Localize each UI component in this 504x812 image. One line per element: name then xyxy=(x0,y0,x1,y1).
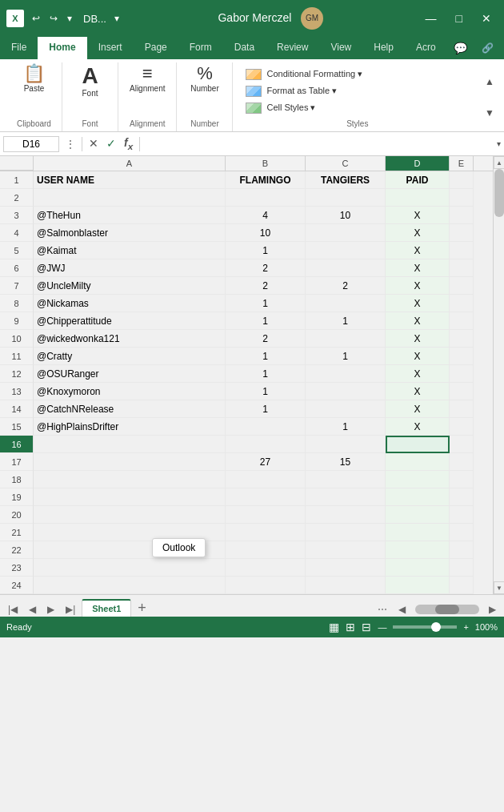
cell-b2[interactable] xyxy=(226,189,306,207)
cell-d23[interactable] xyxy=(386,559,450,577)
cell-c3[interactable]: 10 xyxy=(306,207,386,224)
row-header-1[interactable]: 1 xyxy=(0,171,34,189)
cell-c6[interactable] xyxy=(306,259,386,277)
col-header-e[interactable]: E xyxy=(450,156,474,171)
cell-b3[interactable]: 4 xyxy=(226,207,306,224)
formula-options-button[interactable]: ⋮ xyxy=(62,137,78,151)
cell-b18[interactable] xyxy=(226,471,306,488)
confirm-formula-button[interactable]: ✓ xyxy=(103,135,119,153)
cell-a13[interactable]: @Knoxymoron xyxy=(34,383,226,400)
col-header-d[interactable]: D xyxy=(386,156,450,171)
tab-insert[interactable]: Insert xyxy=(87,37,134,59)
formula-input[interactable] xyxy=(143,137,494,151)
tab-data[interactable]: Data xyxy=(223,37,266,59)
cell-a10[interactable]: @wickedwonka121 xyxy=(34,330,226,348)
cell-d5[interactable]: X xyxy=(386,242,450,259)
cell-a18[interactable] xyxy=(34,471,226,488)
cell-a5[interactable]: @Kaimat xyxy=(34,242,226,259)
cell-b6[interactable]: 2 xyxy=(226,259,306,277)
formula-expand-button[interactable]: ▾ xyxy=(497,139,501,148)
cell-b11[interactable]: 1 xyxy=(226,348,306,365)
cell-d24[interactable] xyxy=(386,577,450,594)
cell-d21[interactable] xyxy=(386,524,450,541)
scroll-thumb[interactable] xyxy=(494,169,504,217)
cell-d14[interactable]: X xyxy=(386,400,450,418)
cell-e14[interactable] xyxy=(450,400,474,418)
cell-c9[interactable]: 1 xyxy=(306,312,386,330)
font-button[interactable]: A Font xyxy=(73,62,108,100)
cell-e11[interactable] xyxy=(450,348,474,365)
ribbon-expand-down-button[interactable]: ▼ xyxy=(483,106,496,120)
cell-c10[interactable] xyxy=(306,330,386,348)
cell-e20[interactable] xyxy=(450,506,474,524)
scroll-left-sheet-button[interactable]: ◀ xyxy=(394,602,410,617)
cell-c21[interactable] xyxy=(306,524,386,541)
cell-e6[interactable] xyxy=(450,259,474,277)
cell-c20[interactable] xyxy=(306,506,386,524)
row-header-10[interactable]: 10 xyxy=(0,330,34,348)
col-header-a[interactable]: A xyxy=(34,156,226,171)
cell-b19[interactable] xyxy=(226,488,306,506)
cell-d13[interactable]: X xyxy=(386,383,450,400)
row-header-21[interactable]: 21 xyxy=(0,524,34,541)
number-button[interactable]: % Number xyxy=(186,62,224,95)
col-header-c[interactable]: C xyxy=(306,156,386,171)
tab-form[interactable]: Form xyxy=(178,37,223,59)
sheet-nav-next-button[interactable]: ▶ xyxy=(42,602,59,617)
cell-d9[interactable]: X xyxy=(386,312,450,330)
normal-view-button[interactable]: ▦ xyxy=(329,621,339,633)
cell-b21[interactable] xyxy=(226,524,306,541)
cell-b16[interactable] xyxy=(226,436,306,453)
cell-d12[interactable]: X xyxy=(386,365,450,383)
page-layout-view-button[interactable]: ⊟ xyxy=(362,621,371,633)
cell-e19[interactable] xyxy=(450,488,474,506)
sheet-options-button[interactable]: ⋯ xyxy=(373,602,392,617)
insert-function-button[interactable]: fx xyxy=(121,135,136,153)
row-header-18[interactable]: 18 xyxy=(0,471,34,488)
row-header-13[interactable]: 13 xyxy=(0,383,34,400)
sheet-tab-sheet1[interactable]: Sheet1 xyxy=(82,599,131,617)
close-button[interactable]: ✕ xyxy=(475,9,498,28)
row-header-2[interactable]: 2 xyxy=(0,189,34,207)
cell-a1[interactable]: USER NAME xyxy=(34,171,226,189)
cell-a23[interactable] xyxy=(34,559,226,577)
cell-c7[interactable]: 2 xyxy=(306,277,386,295)
paste-button[interactable]: 📋 Paste xyxy=(17,62,52,95)
cell-e8[interactable] xyxy=(450,295,474,312)
cell-c13[interactable] xyxy=(306,383,386,400)
cell-c16[interactable] xyxy=(306,436,386,453)
cell-a3[interactable]: @TheHun xyxy=(34,207,226,224)
cell-d6[interactable]: X xyxy=(386,259,450,277)
cell-e16[interactable] xyxy=(450,436,474,453)
row-header-20[interactable]: 20 xyxy=(0,506,34,524)
more-quick-access-button[interactable]: ▾ xyxy=(64,11,75,26)
cell-e1[interactable] xyxy=(450,171,474,189)
cell-d15[interactable]: X xyxy=(386,418,450,436)
cell-a17[interactable] xyxy=(34,453,226,471)
cell-e7[interactable] xyxy=(450,277,474,295)
alignment-button[interactable]: ≡ Alignment xyxy=(125,62,170,95)
cell-d8[interactable]: X xyxy=(386,295,450,312)
cell-e22[interactable] xyxy=(450,541,474,559)
cell-d22[interactable] xyxy=(386,541,450,559)
cell-e18[interactable] xyxy=(450,471,474,488)
tab-view[interactable]: View xyxy=(319,37,362,59)
row-header-5[interactable]: 5 xyxy=(0,242,34,259)
cell-e3[interactable] xyxy=(450,207,474,224)
cell-c19[interactable] xyxy=(306,488,386,506)
cell-e4[interactable] xyxy=(450,224,474,242)
cell-a9[interactable]: @Chipperattitude xyxy=(34,312,226,330)
cell-c5[interactable] xyxy=(306,242,386,259)
cell-c23[interactable] xyxy=(306,559,386,577)
share-button[interactable]: 🔗 xyxy=(474,39,502,57)
cell-d18[interactable] xyxy=(386,471,450,488)
scroll-right-sheet-button[interactable]: ▶ xyxy=(484,602,501,617)
row-header-16[interactable]: 16 xyxy=(0,436,34,453)
tab-file[interactable]: File xyxy=(0,37,38,59)
cell-e10[interactable] xyxy=(450,330,474,348)
cell-c17[interactable]: 15 xyxy=(306,453,386,471)
cell-c18[interactable] xyxy=(306,471,386,488)
cell-d11[interactable]: X xyxy=(386,348,450,365)
cell-b20[interactable] xyxy=(226,506,306,524)
row-header-19[interactable]: 19 xyxy=(0,488,34,506)
